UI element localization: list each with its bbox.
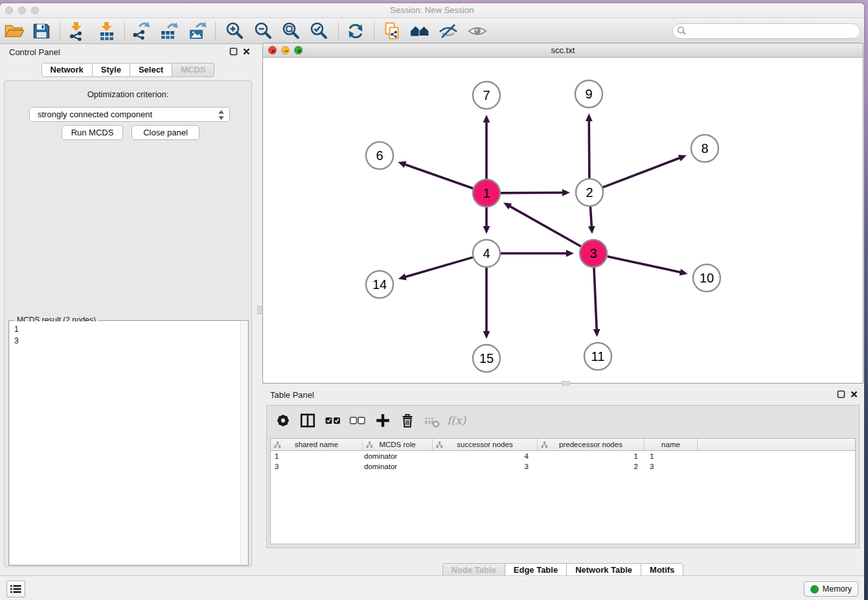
memory-label: Memory [823,584,852,594]
svg-text:14: 14 [372,277,387,292]
svg-text:8: 8 [701,141,708,156]
zoom-fit-icon[interactable] [280,20,302,42]
run-mcds-button[interactable]: Run MCDS [62,125,123,140]
node-table: shared nameMCDS rolesuccessor nodesprede… [270,438,856,544]
column-header-shared-name[interactable]: shared name [271,439,363,450]
toolbar-separator [374,22,374,40]
table-row[interactable]: 1dominator411 [271,451,855,461]
clone-network-icon[interactable] [381,20,403,42]
graph-node-14[interactable]: 14 [366,271,393,298]
svg-text:9: 9 [585,87,592,101]
graph-node-7[interactable]: 7 [473,82,500,109]
zoom-in-icon[interactable] [223,20,246,42]
graph-edge-2-3[interactable] [590,207,591,227]
tab-mcds[interactable]: MCDS [172,63,214,77]
toolbar-separator [60,22,60,40]
table-cell[interactable]: 3 [433,461,538,472]
graph-arrowhead [593,329,600,337]
table-cell[interactable]: dominator [363,461,433,472]
graph-edge-3-1[interactable] [509,206,581,247]
graph-node-4[interactable]: 4 [473,240,500,267]
apply-function-icon[interactable]: f(x) [447,414,465,432]
close-panel-button[interactable]: Close panel [131,125,200,140]
graph-node-3[interactable]: 3 [580,240,607,267]
graph-node-2[interactable]: 2 [576,179,603,206]
graph-arrowhead [562,189,570,196]
mcds-result-text[interactable]: 13 [10,321,247,564]
table-cell[interactable]: dominator [363,451,433,461]
table-cell[interactable]: 1 [538,451,645,461]
result-scrollbar[interactable] [240,321,247,564]
save-session-icon[interactable] [30,20,52,42]
export-table-icon[interactable] [158,20,180,42]
svg-text:4: 4 [483,246,490,260]
optimization-criterion-select[interactable]: strongly connected component [29,107,230,122]
select-all-checks-icon[interactable] [325,412,343,430]
zoom-selected-icon[interactable] [308,20,330,42]
svg-text:6: 6 [376,148,383,163]
desktop: Session: New Session [0,0,868,600]
table-cell[interactable]: 3 [271,461,363,472]
column-header-MCDS-role[interactable]: MCDS role [363,439,433,450]
table-settings-icon[interactable] [275,412,293,430]
graph-node-11[interactable]: 11 [584,343,611,370]
column-header-successor-nodes[interactable]: successor nodes [433,439,538,450]
refresh-view-icon[interactable] [345,20,367,42]
horizontal-splitter-grip[interactable] [562,381,570,386]
graph-edge-4-14[interactable] [404,257,472,277]
float-panel-icon[interactable] [229,47,238,56]
zoom-out-icon[interactable] [252,20,274,42]
hide-graphics-details-icon[interactable] [437,20,459,42]
close-table-panel-icon[interactable] [850,390,858,398]
window-titlebar[interactable]: Session: New Session [0,3,864,18]
clear-all-checks-icon[interactable] [349,412,367,430]
tab-select[interactable]: Select [130,63,172,77]
vertical-splitter-grip[interactable] [257,306,262,314]
graph-node-10[interactable]: 10 [693,264,720,292]
table-cell[interactable]: 1 [271,451,363,461]
status-bar: Memory [0,575,864,600]
table-cell[interactable]: 4 [433,451,538,461]
home-layout-icon[interactable] [409,20,431,42]
delete-table-icon[interactable] [424,412,442,430]
table-cell[interactable]: 1 [645,451,698,461]
graph-node-9[interactable]: 9 [575,80,602,108]
graph-arrowhead [680,269,688,276]
close-panel-icon[interactable] [242,47,251,56]
graph-edge-3-10[interactable] [607,257,681,273]
table-cell[interactable]: 3 [645,461,698,472]
export-network-icon[interactable] [130,20,152,42]
column-chooser-icon[interactable] [299,412,317,430]
graph-edge-2-9[interactable] [589,120,589,178]
graph-arrowhead [566,250,574,257]
column-header-predecessor-nodes[interactable]: predecessor nodes [538,439,645,450]
table-row[interactable]: 3dominator323 [271,461,855,472]
table-cell[interactable]: 2 [538,461,645,472]
memory-button[interactable]: Memory [804,581,858,597]
network-window-titlebar[interactable]: scc.txt [263,43,863,58]
column-header-name[interactable]: name [645,439,698,450]
graph-edge-3-11[interactable] [594,268,597,330]
float-table-panel-icon[interactable] [837,390,845,398]
add-row-icon[interactable] [374,412,393,430]
open-session-icon[interactable] [3,20,25,42]
task-history-button[interactable] [6,581,25,597]
delete-row-icon[interactable] [399,412,417,430]
graph-edge-1-2[interactable] [501,192,564,193]
graph-edge-1-6[interactable] [404,164,474,188]
import-network-icon[interactable] [65,20,87,42]
graph-edge-2-8[interactable] [603,157,681,187]
show-graphics-details-icon[interactable] [466,20,488,42]
mcds-panel: Optimization criterion: strongly connect… [4,80,252,567]
mcds-result-line: 3 [14,335,247,347]
tab-network[interactable]: Network [41,63,93,77]
search-input[interactable] [672,23,860,39]
network-graph[interactable]: 1234678910111415 [264,58,863,384]
tab-style[interactable]: Style [92,63,130,77]
graph-node-6[interactable]: 6 [366,142,393,169]
graph-node-1[interactable]: 1 [473,179,500,207]
graph-node-15[interactable]: 15 [473,345,500,372]
import-table-icon[interactable] [96,20,118,42]
export-image-icon[interactable] [187,20,209,42]
graph-node-8[interactable]: 8 [691,135,718,162]
